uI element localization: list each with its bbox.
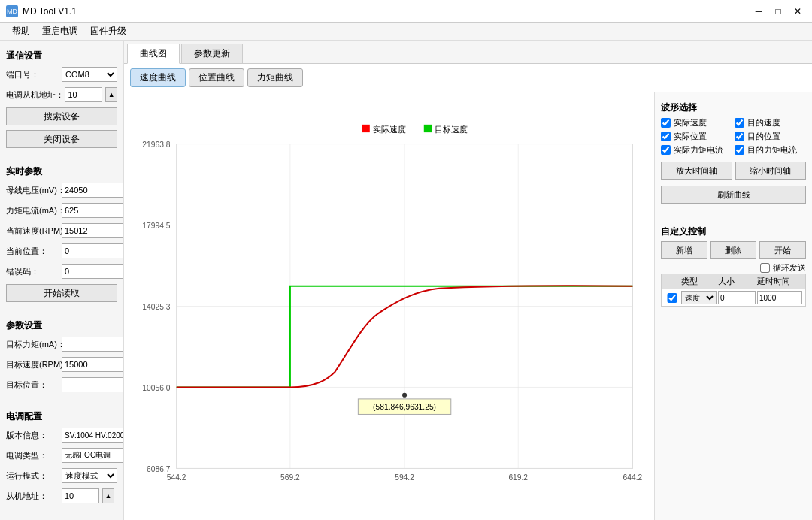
target-pos-row: 目标位置： xyxy=(6,377,117,392)
checkbox-target-torque-input[interactable] xyxy=(735,145,744,155)
address-row: 电调从机地址： ▲ xyxy=(6,87,117,102)
time-axis-buttons: 放大时间轴 缩小时间轴 xyxy=(661,162,806,180)
target-speed-input[interactable] xyxy=(62,357,124,372)
torque-current-label: 力矩电流(mA)： xyxy=(6,205,59,216)
checkbox-target-speed-input[interactable] xyxy=(735,118,744,128)
row-1-delay-input[interactable] xyxy=(757,291,802,304)
table-header: 类型 大小 延时时间 xyxy=(661,274,806,289)
checkbox-actual-speed-label: 实际速度 xyxy=(674,117,707,128)
shrink-time-button[interactable]: 缩小时间轴 xyxy=(735,162,807,180)
title-bar: MD MD Tool V1.1 ─ □ ✕ xyxy=(0,0,812,23)
svg-text:目标速度: 目标速度 xyxy=(435,125,468,134)
slave-addr-input[interactable] xyxy=(62,488,99,503)
target-pos-label: 目标位置： xyxy=(6,379,59,391)
checkbox-target-pos-input[interactable] xyxy=(735,132,744,141)
svg-text:644.2: 644.2 xyxy=(623,473,643,482)
search-device-button[interactable]: 搜索设备 xyxy=(6,107,117,125)
pos-row: 当前位置： xyxy=(6,243,117,258)
version-input xyxy=(62,428,124,443)
maximize-button[interactable]: □ xyxy=(770,4,786,19)
target-speed-label: 目标速度(RPM)： xyxy=(6,359,59,370)
esc-type-row: 电调类型： xyxy=(6,448,117,463)
app-icon: MD xyxy=(6,5,18,17)
add-button[interactable]: 新增 xyxy=(661,241,707,259)
address-input[interactable] xyxy=(65,87,102,102)
col-size: 大小 xyxy=(718,276,756,287)
target-torque-input[interactable] xyxy=(62,337,124,352)
svg-point-27 xyxy=(402,393,407,398)
error-input[interactable] xyxy=(62,264,124,279)
delete-button[interactable]: 删除 xyxy=(710,241,757,259)
checkbox-actual-speed-input[interactable] xyxy=(661,118,671,128)
sub-tab-position[interactable]: 位置曲线 xyxy=(189,68,244,87)
sub-tabs-bar: 速度曲线 位置曲线 力矩曲线 xyxy=(124,64,812,92)
target-torque-row: 目标力矩(mA)： xyxy=(6,337,117,352)
tab-params[interactable]: 参数更新 xyxy=(181,44,243,63)
row-1-checkbox[interactable] xyxy=(665,293,680,303)
run-mode-row: 运行模式： 速度模式 位置模式 力矩模式 xyxy=(6,468,117,483)
svg-text:619.2: 619.2 xyxy=(508,473,528,482)
port-select[interactable]: COM8 COM1 COM2 xyxy=(62,67,117,82)
pos-input[interactable] xyxy=(62,243,124,258)
esc-type-label: 电调类型： xyxy=(6,450,59,461)
bus-voltage-label: 母线电压(mV)： xyxy=(6,185,59,196)
error-row: 错误码： xyxy=(6,264,117,279)
start-read-button[interactable]: 开始读取 xyxy=(6,284,117,302)
run-mode-select[interactable]: 速度模式 位置模式 力矩模式 xyxy=(62,468,117,483)
speed-row: 当前速度(RPM)： xyxy=(6,223,117,238)
svg-text:21963.8: 21963.8 xyxy=(142,141,170,149)
checkbox-target-torque-label: 目的力矩电流 xyxy=(747,144,797,156)
checkbox-actual-pos: 实际位置 xyxy=(661,131,732,142)
checkbox-actual-pos-input[interactable] xyxy=(661,132,671,141)
svg-text:17994.5: 17994.5 xyxy=(142,222,170,230)
menu-firmware[interactable]: 固件升级 xyxy=(84,23,132,39)
expand-time-button[interactable]: 放大时间轴 xyxy=(661,162,732,180)
chart-container: 实际速度 目标速度 xyxy=(124,92,654,520)
comm-section-title: 通信设置 xyxy=(6,50,117,62)
svg-rect-2 xyxy=(424,125,432,132)
checkbox-actual-torque: 实际力矩电流 xyxy=(661,144,732,156)
svg-text:544.2: 544.2 xyxy=(167,473,186,482)
sidebar: 通信设置 端口号： COM8 COM1 COM2 电调从机地址： ▲ 搜索设备 … xyxy=(0,41,124,520)
main-tabs-bar: 曲线图 参数更新 xyxy=(124,41,812,64)
refresh-curve-button[interactable]: 刷新曲线 xyxy=(661,186,806,204)
wave-select-title: 波形选择 xyxy=(661,101,806,114)
torque-current-input[interactable] xyxy=(62,203,124,218)
row-1-size-input[interactable] xyxy=(718,291,756,304)
main-layout: 通信设置 端口号： COM8 COM1 COM2 电调从机地址： ▲ 搜索设备 … xyxy=(0,41,812,520)
divider-right-1 xyxy=(661,210,806,210)
bus-voltage-input[interactable] xyxy=(62,183,124,198)
start-button[interactable]: 开始 xyxy=(759,241,806,259)
checkbox-target-speed-label: 目的速度 xyxy=(747,117,780,128)
loop-send-checkbox[interactable] xyxy=(760,263,770,273)
realtime-section-title: 实时参数 xyxy=(6,165,117,178)
col-delay: 延时时间 xyxy=(757,276,802,287)
bus-voltage-row: 母线电压(mV)： xyxy=(6,183,117,198)
address-up-btn[interactable]: ▲ xyxy=(105,87,117,102)
wave-checkbox-grid: 实际速度 目的速度 实际位置 目的位置 xyxy=(661,117,806,156)
row-1-type-select[interactable]: 速度 位置 力矩 xyxy=(681,291,717,304)
content-area: 曲线图 参数更新 速度曲线 位置曲线 力矩曲线 实际速度 目标速度 xyxy=(124,41,812,520)
error-label: 错误码： xyxy=(6,266,59,277)
version-label: 版本信息： xyxy=(6,430,59,441)
minimize-button[interactable]: ─ xyxy=(750,4,767,19)
speed-label: 当前速度(RPM)： xyxy=(6,225,59,237)
custom-control-title: 自定义控制 xyxy=(661,225,806,238)
close-device-button[interactable]: 关闭设备 xyxy=(6,130,117,148)
sub-tab-torque[interactable]: 力矩曲线 xyxy=(247,68,303,87)
checkbox-actual-pos-label: 实际位置 xyxy=(674,131,707,142)
close-button[interactable]: ✕ xyxy=(789,4,806,19)
port-row: 端口号： COM8 COM1 COM2 xyxy=(6,67,117,82)
speed-input[interactable] xyxy=(62,223,124,238)
slave-addr-label: 从机地址： xyxy=(6,491,59,502)
slave-addr-up-btn[interactable]: ▲ xyxy=(102,488,114,503)
menu-restart[interactable]: 重启电调 xyxy=(36,23,84,39)
checkbox-actual-torque-input[interactable] xyxy=(661,145,671,155)
tab-chart[interactable]: 曲线图 xyxy=(127,44,180,64)
target-torque-label: 目标力矩(mA)： xyxy=(6,339,59,350)
wave-select-section: 波形选择 实际速度 目的速度 实际位置 xyxy=(661,98,806,156)
esc-section-title: 电调配置 xyxy=(6,410,117,423)
menu-help[interactable]: 帮助 xyxy=(6,23,36,39)
target-pos-input[interactable] xyxy=(62,377,124,392)
sub-tab-speed[interactable]: 速度曲线 xyxy=(130,68,186,87)
